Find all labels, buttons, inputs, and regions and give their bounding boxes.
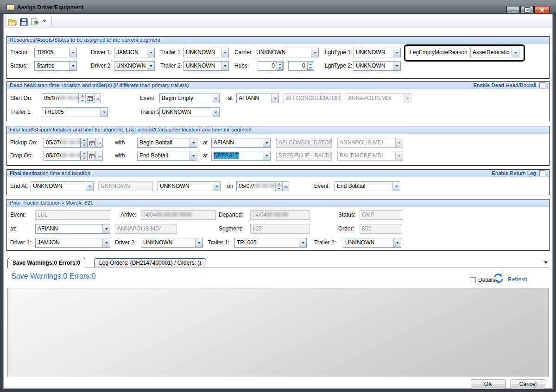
dropdown-button[interactable] (393, 62, 400, 70)
maximize-button[interactable] (520, 6, 534, 14)
dropdown-button[interactable] (86, 182, 93, 191)
lghtype1-combo[interactable]: UNKNOWN (354, 48, 401, 57)
start-on-expand-button[interactable] (94, 93, 101, 103)
end-at-city-combo[interactable]: UNKNOWN (158, 181, 221, 191)
pickup-date-input[interactable]: 05/07/00 00:00 (44, 138, 81, 148)
dropdown-button[interactable] (392, 182, 400, 191)
dropdown-button[interactable] (404, 94, 411, 103)
dropdown-button[interactable] (263, 138, 270, 147)
dh-location-combo[interactable]: AFIANN (236, 93, 279, 103)
prior-at-combo[interactable]: AFIANN (35, 224, 110, 234)
trailer2-combo[interactable]: UNKNOWN (183, 61, 229, 71)
pickup-expand-button[interactable] (96, 138, 103, 148)
end-date-input[interactable]: 05/07/00 00:00 (236, 181, 275, 191)
dropdown-button[interactable] (147, 48, 154, 57)
prior-driver2-combo[interactable]: UNKNOWN (141, 238, 203, 248)
spin-up-icon[interactable] (275, 181, 282, 186)
end-at-combo[interactable]: UNKNOWN (31, 181, 94, 191)
spin-down-icon[interactable] (81, 156, 88, 161)
pickup-event-combo[interactable]: Begin Bobtail (137, 138, 197, 148)
dropdown-button[interactable] (102, 238, 110, 247)
refresh-link[interactable]: Refresh (508, 276, 527, 283)
dropdown-button[interactable] (221, 48, 228, 57)
pickup-location-combo[interactable]: AFIANN (211, 138, 271, 148)
tab-save-warnings[interactable]: Save Warnings:0 Errors:0 (7, 258, 85, 268)
dh-city-combo[interactable]: ANNAPOLIS,MD/ (346, 93, 411, 103)
dropdown-button[interactable] (190, 151, 197, 160)
dropdown-button[interactable] (395, 138, 403, 147)
hubs-2-spinner[interactable]: 0 (288, 61, 314, 71)
dropdown-button[interactable] (147, 62, 154, 70)
tractor-combo[interactable]: TR005 (34, 48, 77, 57)
toolbar-overflow-icon[interactable] (43, 20, 46, 22)
prior-trailer1-combo[interactable]: TRL005 (234, 238, 307, 248)
drop-event-combo[interactable]: End Bobtail (137, 151, 197, 161)
dropdown-button[interactable] (69, 48, 76, 57)
dropdown-button[interactable] (100, 108, 107, 117)
end-event-combo[interactable]: End Bobtail (335, 181, 400, 191)
prior-trailer2-combo[interactable]: UNKNOWN (343, 238, 401, 248)
export-button[interactable] (30, 17, 40, 26)
dropdown-button[interactable] (271, 94, 278, 103)
drop-location-combo[interactable]: DEEBALT (211, 151, 271, 161)
enable-return-leg-checkbox[interactable] (539, 170, 545, 176)
dropdown-button[interactable] (299, 238, 306, 247)
cancel-button[interactable]: Cancel (511, 380, 545, 389)
dropdown-button[interactable] (311, 48, 318, 57)
lghtype2-combo[interactable]: UNKNOWN (354, 61, 401, 71)
dropdown-button[interactable] (393, 48, 400, 57)
drop-calendar-button[interactable] (88, 151, 96, 161)
dropdown-button[interactable] (212, 108, 219, 117)
dh-trailer1-combo[interactable]: TRL005 (42, 107, 108, 117)
dropdown-button[interactable] (190, 138, 197, 147)
open-button[interactable] (7, 17, 18, 26)
minimize-button[interactable] (506, 6, 520, 14)
dropdown-button[interactable] (263, 151, 270, 160)
start-on-date-input[interactable]: 05/07/00 00:00 (42, 93, 79, 103)
dropdown-button[interactable] (395, 151, 403, 160)
driver1-combo[interactable]: JAMJON (114, 48, 155, 57)
dropdown-button[interactable] (69, 62, 76, 70)
end-date-expand-button[interactable] (282, 181, 289, 191)
spin-down-icon[interactable] (79, 99, 86, 103)
drop-city-combo[interactable]: BALTIMORE,MD/ (337, 151, 403, 161)
tab-leg-orders[interactable]: Leg Orders: (DH2147400001) / Orders: () (94, 258, 206, 268)
dropdown-button[interactable] (213, 182, 220, 191)
hubs-1-spinner[interactable]: 0 (258, 61, 284, 71)
pickup-date-spinner[interactable] (81, 138, 88, 148)
save-button[interactable] (19, 17, 29, 26)
driver2-combo[interactable]: UNKNOWN (114, 61, 155, 71)
dh-trailer2-combo[interactable]: UNKNOWN (159, 107, 220, 117)
dropdown-button[interactable] (221, 62, 228, 70)
enable-deadhead-checkbox[interactable] (539, 82, 545, 88)
spin-down-icon[interactable] (277, 66, 283, 70)
status-combo[interactable]: Started (34, 61, 77, 71)
start-on-calendar-button[interactable] (86, 93, 94, 103)
warnings-list[interactable] (7, 288, 549, 377)
spin-down-icon[interactable] (307, 66, 313, 70)
pickup-calendar-button[interactable] (88, 138, 96, 148)
details-checkbox[interactable] (470, 277, 476, 283)
trailer1-combo[interactable]: UNKNOWN (183, 48, 229, 57)
start-on-date-spinner[interactable] (79, 93, 86, 103)
ok-button[interactable]: OK (471, 380, 505, 389)
prior-driver1-combo[interactable]: JAMJON (35, 238, 110, 248)
dropdown-button[interactable] (195, 238, 202, 247)
end-date-spinner[interactable] (275, 181, 282, 191)
spin-up-icon[interactable] (79, 93, 86, 98)
dropdown-button[interactable] (212, 94, 219, 103)
spin-up-icon[interactable] (81, 138, 88, 143)
drop-date-spinner[interactable] (81, 151, 88, 161)
tab-list-dropdown-icon[interactable] (544, 261, 548, 264)
drop-expand-button[interactable] (96, 151, 103, 161)
spin-down-icon[interactable] (81, 143, 88, 148)
carrier-combo[interactable]: UNKNOWN (254, 48, 319, 57)
dh-event-combo[interactable]: Begin Empty (159, 93, 220, 103)
close-button[interactable] (534, 6, 550, 14)
drop-date-input[interactable]: 05/07/00 00:00 (44, 151, 81, 161)
refresh-icon[interactable] (493, 273, 504, 285)
pickup-city-combo[interactable]: ANNAPOLIS,MD/ (337, 138, 403, 148)
spin-up-icon[interactable] (81, 151, 88, 156)
dropdown-button[interactable] (102, 224, 110, 233)
dropdown-button[interactable] (393, 238, 401, 247)
